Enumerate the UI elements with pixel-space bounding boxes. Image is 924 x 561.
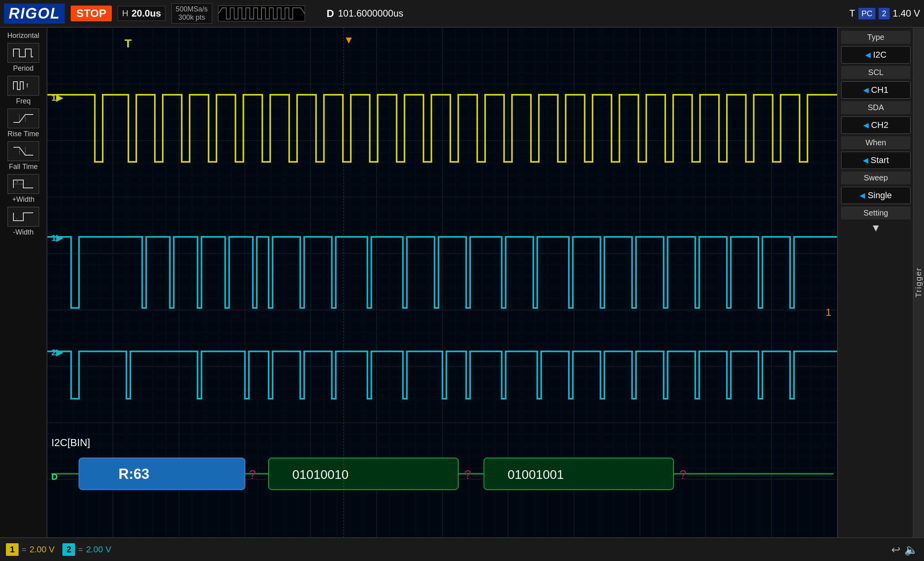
nwidth-label: -Width <box>13 228 34 236</box>
ch2-coupling: = <box>78 545 83 554</box>
ch1-indicator: 1 = 2.00 V <box>6 543 55 556</box>
ch2-number: 2 <box>62 543 75 556</box>
scl-ch-value: CH1 <box>871 85 888 95</box>
period-label: Period <box>13 64 34 73</box>
svg-text:1▶: 1▶ <box>51 93 64 103</box>
left-sidebar: Horizontal Period f Freq Rise Tim <box>0 28 47 537</box>
sidebar-section-falltime[interactable]: Fall Time <box>0 141 47 171</box>
scl-section-label: SCL <box>841 66 911 79</box>
type-value: I2C <box>873 50 886 60</box>
svg-text:+: + <box>16 180 18 184</box>
risetime-label: Rise Time <box>8 130 39 138</box>
main-oscilloscope-display: T ▼ 1▶ 1▶ 2▶ I2C[BIN] D R:63 ? 01010010 <box>47 28 837 537</box>
sidebar-section-pwidth[interactable]: + +Width <box>0 174 47 204</box>
setting-section-label[interactable]: Setting <box>841 206 911 220</box>
svg-text:-: - <box>16 217 17 221</box>
top-bar: RIGOL STOP H 20.0us 500MSa/s 300k pts D … <box>0 0 924 28</box>
ch1-number: 1 <box>6 543 19 556</box>
when-section-label: When <box>841 136 911 149</box>
type-arrow: ◀ <box>865 51 871 59</box>
sda-section-label: SDA <box>841 101 911 114</box>
sidebar-section-period[interactable]: Period <box>0 43 47 73</box>
svg-text:01010010: 01010010 <box>292 467 348 482</box>
sidebar-section-horizontal: Horizontal <box>0 32 47 40</box>
trigger-label-text: Trigger <box>914 267 923 298</box>
mini-waveform-display <box>218 6 305 21</box>
undo-icon[interactable]: ↩ <box>891 543 900 556</box>
sidebar-section-risetime[interactable]: Rise Time <box>0 109 47 138</box>
trigger-sidebar-label: Trigger <box>913 28 924 537</box>
sample-rate-group: 500MSa/s 300k pts <box>171 3 212 24</box>
freq-icon[interactable]: f <box>8 76 39 96</box>
rigol-logo: RIGOL <box>4 4 65 24</box>
trigger-panel-content: Type ◀ I2C SCL ◀ CH1 SDA ◀ CH2 When ◀ St… <box>838 28 914 537</box>
type-value-box[interactable]: ◀ I2C <box>841 46 911 64</box>
svg-text:▼: ▼ <box>344 34 354 46</box>
speaker-icon[interactable]: 🔈 <box>904 543 918 556</box>
nwidth-icon[interactable]: - <box>8 207 39 227</box>
sidebar-section-nwidth[interactable]: - -Width <box>0 207 47 236</box>
when-value: Start <box>871 155 889 165</box>
sda-ch-box[interactable]: ◀ CH2 <box>841 116 911 134</box>
svg-text:1: 1 <box>826 306 831 318</box>
svg-text:T: T <box>124 37 132 50</box>
pc-box: PC <box>858 8 876 19</box>
period-icon[interactable] <box>8 43 39 63</box>
svg-text:1▶: 1▶ <box>51 233 64 243</box>
svg-text:I2C[BIN]: I2C[BIN] <box>51 437 90 448</box>
scl-ch-box[interactable]: ◀ CH1 <box>841 81 911 99</box>
when-value-box[interactable]: ◀ Start <box>841 152 911 169</box>
t-pc-display: T PC 2 1.40 V <box>849 8 920 19</box>
sweep-arrow: ◀ <box>860 191 865 200</box>
d-label: D <box>327 8 334 20</box>
bottom-right-icons: ↩ 🔈 <box>891 543 918 556</box>
svg-text:2▶: 2▶ <box>51 347 64 357</box>
pwidth-label: +Width <box>12 195 35 204</box>
sda-arrow: ◀ <box>863 121 869 129</box>
record-pts: 300k pts <box>178 13 205 22</box>
d-value: 101.6000000us <box>338 8 404 19</box>
when-arrow: ◀ <box>863 156 868 165</box>
waveform-svg: T ▼ 1▶ 1▶ 2▶ I2C[BIN] D R:63 ? 01010010 <box>47 28 837 537</box>
ch2-indicator: 2 = 2.00 V <box>62 543 111 556</box>
svg-rect-117 <box>79 458 245 490</box>
status-badge: STOP <box>71 6 112 21</box>
right-panel: Trigger Type ◀ I2C SCL ◀ CH1 SDA ◀ CH2 W… <box>837 28 924 537</box>
h-label: H <box>122 8 128 19</box>
t-label: T <box>849 8 855 19</box>
sda-ch-value: CH2 <box>871 120 888 130</box>
sweep-value: Single <box>868 190 892 201</box>
horizontal-time-group: H 20.0us <box>118 6 166 21</box>
svg-text:?: ? <box>464 467 471 482</box>
type-section-label: Type <box>841 31 911 44</box>
h-value: 20.0us <box>132 8 161 19</box>
svg-text:01001001: 01001001 <box>508 467 564 482</box>
freq-label: Freq <box>16 97 30 105</box>
sample-rate: 500MSa/s <box>176 5 208 13</box>
setting-expand-icon[interactable]: ▼ <box>841 222 911 234</box>
svg-text:D: D <box>51 472 58 482</box>
ch1-voltage: 2.00 V <box>30 544 55 555</box>
ch2-voltage: 2.00 V <box>86 544 111 555</box>
ch1-coupling: = <box>22 545 26 554</box>
volt-value: 1.40 V <box>893 8 920 19</box>
scl-arrow: ◀ <box>863 86 869 94</box>
sweep-section-label: Sweep <box>841 171 911 184</box>
falltime-label: Fall Time <box>9 163 38 171</box>
sidebar-horizontal-label: Horizontal <box>7 32 39 40</box>
falltime-icon[interactable] <box>8 141 39 161</box>
svg-text:?: ? <box>249 467 256 482</box>
pwidth-icon[interactable]: + <box>8 174 39 194</box>
risetime-icon[interactable] <box>8 109 39 128</box>
d-time-display: D 101.6000000us <box>327 8 403 20</box>
svg-text:f: f <box>26 83 28 89</box>
sweep-value-box[interactable]: ◀ Single <box>841 187 911 204</box>
svg-text:R:63: R:63 <box>119 466 149 482</box>
pc-num-box: 2 <box>879 8 889 19</box>
sidebar-section-freq[interactable]: f Freq <box>0 76 47 105</box>
bottom-bar: 1 = 2.00 V 2 = 2.00 V ↩ 🔈 <box>0 537 924 561</box>
svg-text:?: ? <box>679 467 687 482</box>
